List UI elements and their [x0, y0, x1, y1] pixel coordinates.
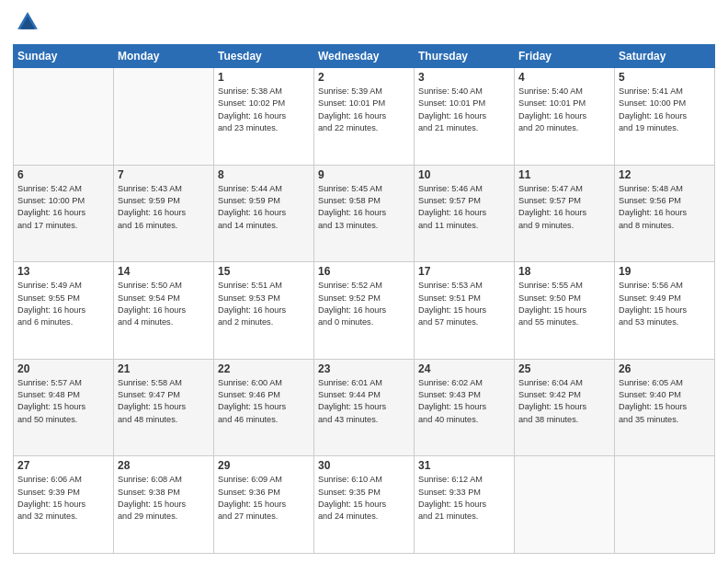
calendar-cell: 30Sunrise: 6:10 AM Sunset: 9:35 PM Dayli… — [314, 456, 415, 554]
calendar-week-row: 20Sunrise: 5:57 AM Sunset: 9:48 PM Dayli… — [14, 359, 715, 456]
calendar-cell — [515, 456, 615, 554]
day-number: 31 — [418, 459, 510, 472]
day-info: Sunrise: 5:50 AM Sunset: 9:54 PM Dayligh… — [118, 280, 210, 328]
calendar-cell: 17Sunrise: 5:53 AM Sunset: 9:51 PM Dayli… — [415, 262, 515, 360]
calendar-cell: 22Sunrise: 6:00 AM Sunset: 9:46 PM Dayli… — [214, 359, 314, 456]
day-info: Sunrise: 5:39 AM Sunset: 10:01 PM Daylig… — [318, 86, 410, 134]
calendar-cell: 10Sunrise: 5:46 AM Sunset: 9:57 PM Dayli… — [415, 165, 515, 262]
day-number: 29 — [218, 459, 310, 472]
header — [13, 9, 715, 39]
day-number: 7 — [118, 168, 210, 181]
day-number: 16 — [318, 265, 410, 278]
day-info: Sunrise: 6:09 AM Sunset: 9:36 PM Dayligh… — [218, 474, 310, 523]
day-number: 3 — [418, 71, 510, 84]
calendar-week-row: 13Sunrise: 5:49 AM Sunset: 9:55 PM Dayli… — [14, 262, 715, 360]
day-info: Sunrise: 5:46 AM Sunset: 9:57 PM Dayligh… — [418, 183, 510, 232]
day-number: 4 — [518, 71, 610, 84]
day-number: 25 — [518, 362, 610, 375]
calendar-cell: 13Sunrise: 5:49 AM Sunset: 9:55 PM Dayli… — [14, 262, 114, 360]
day-info: Sunrise: 5:53 AM Sunset: 9:51 PM Dayligh… — [418, 280, 510, 328]
calendar-cell: 8Sunrise: 5:44 AM Sunset: 9:59 PM Daylig… — [214, 165, 314, 262]
weekday-header: Tuesday — [214, 45, 314, 68]
day-number: 27 — [17, 459, 109, 472]
day-number: 23 — [318, 362, 410, 375]
day-info: Sunrise: 5:43 AM Sunset: 9:59 PM Dayligh… — [118, 183, 210, 232]
calendar-cell: 2Sunrise: 5:39 AM Sunset: 10:01 PM Dayli… — [314, 68, 415, 166]
calendar-cell: 12Sunrise: 5:48 AM Sunset: 9:56 PM Dayli… — [615, 165, 715, 262]
day-info: Sunrise: 5:56 AM Sunset: 9:49 PM Dayligh… — [619, 280, 711, 328]
calendar-cell: 26Sunrise: 6:05 AM Sunset: 9:40 PM Dayli… — [615, 359, 715, 456]
calendar-cell: 19Sunrise: 5:56 AM Sunset: 9:49 PM Dayli… — [615, 262, 715, 360]
calendar-cell: 6Sunrise: 5:42 AM Sunset: 10:00 PM Dayli… — [14, 165, 114, 262]
day-number: 19 — [619, 265, 711, 278]
calendar-cell: 29Sunrise: 6:09 AM Sunset: 9:36 PM Dayli… — [214, 456, 314, 554]
day-info: Sunrise: 6:02 AM Sunset: 9:43 PM Dayligh… — [418, 377, 510, 426]
calendar-cell: 7Sunrise: 5:43 AM Sunset: 9:59 PM Daylig… — [114, 165, 214, 262]
day-info: Sunrise: 6:05 AM Sunset: 9:40 PM Dayligh… — [619, 377, 711, 426]
calendar-cell: 20Sunrise: 5:57 AM Sunset: 9:48 PM Dayli… — [14, 359, 114, 456]
day-info: Sunrise: 5:55 AM Sunset: 9:50 PM Dayligh… — [518, 280, 610, 328]
day-info: Sunrise: 5:51 AM Sunset: 9:53 PM Dayligh… — [218, 280, 310, 328]
calendar-cell: 9Sunrise: 5:45 AM Sunset: 9:58 PM Daylig… — [314, 165, 415, 262]
day-number: 11 — [518, 168, 610, 181]
calendar-cell: 11Sunrise: 5:47 AM Sunset: 9:57 PM Dayli… — [515, 165, 615, 262]
day-number: 12 — [619, 168, 711, 181]
day-number: 8 — [218, 168, 310, 181]
day-info: Sunrise: 6:12 AM Sunset: 9:33 PM Dayligh… — [418, 474, 510, 523]
day-number: 22 — [218, 362, 310, 375]
calendar-cell: 15Sunrise: 5:51 AM Sunset: 9:53 PM Dayli… — [214, 262, 314, 360]
day-number: 14 — [118, 265, 210, 278]
day-number: 6 — [17, 168, 109, 181]
day-info: Sunrise: 6:01 AM Sunset: 9:44 PM Dayligh… — [318, 377, 410, 426]
calendar-cell: 28Sunrise: 6:08 AM Sunset: 9:38 PM Dayli… — [114, 456, 214, 554]
calendar-week-row: 1Sunrise: 5:38 AM Sunset: 10:02 PM Dayli… — [14, 68, 715, 166]
calendar-week-row: 6Sunrise: 5:42 AM Sunset: 10:00 PM Dayli… — [14, 165, 715, 262]
day-number: 2 — [318, 71, 410, 84]
day-info: Sunrise: 6:04 AM Sunset: 9:42 PM Dayligh… — [518, 377, 610, 426]
weekday-header: Saturday — [615, 45, 715, 68]
day-info: Sunrise: 5:40 AM Sunset: 10:01 PM Daylig… — [418, 86, 510, 134]
calendar-cell — [14, 68, 114, 166]
day-info: Sunrise: 6:08 AM Sunset: 9:38 PM Dayligh… — [118, 474, 210, 523]
calendar-cell: 18Sunrise: 5:55 AM Sunset: 9:50 PM Dayli… — [515, 262, 615, 360]
day-number: 21 — [118, 362, 210, 375]
day-number: 18 — [518, 265, 610, 278]
weekday-header: Thursday — [415, 45, 515, 68]
day-info: Sunrise: 5:42 AM Sunset: 10:00 PM Daylig… — [17, 183, 109, 232]
day-info: Sunrise: 6:00 AM Sunset: 9:46 PM Dayligh… — [218, 377, 310, 426]
calendar-table: SundayMondayTuesdayWednesdayThursdayFrid… — [13, 44, 715, 554]
day-info: Sunrise: 5:47 AM Sunset: 9:57 PM Dayligh… — [518, 183, 610, 232]
day-number: 1 — [218, 71, 310, 84]
day-info: Sunrise: 6:06 AM Sunset: 9:39 PM Dayligh… — [17, 474, 109, 523]
day-info: Sunrise: 5:40 AM Sunset: 10:01 PM Daylig… — [518, 86, 610, 134]
day-number: 5 — [619, 71, 711, 84]
calendar-cell: 24Sunrise: 6:02 AM Sunset: 9:43 PM Dayli… — [415, 359, 515, 456]
weekday-header: Friday — [515, 45, 615, 68]
calendar-cell: 14Sunrise: 5:50 AM Sunset: 9:54 PM Dayli… — [114, 262, 214, 360]
day-info: Sunrise: 5:45 AM Sunset: 9:58 PM Dayligh… — [318, 183, 410, 232]
day-info: Sunrise: 5:49 AM Sunset: 9:55 PM Dayligh… — [17, 280, 109, 328]
calendar-header-row: SundayMondayTuesdayWednesdayThursdayFrid… — [14, 45, 715, 68]
calendar-cell: 4Sunrise: 5:40 AM Sunset: 10:01 PM Dayli… — [515, 68, 615, 166]
day-info: Sunrise: 5:58 AM Sunset: 9:47 PM Dayligh… — [118, 377, 210, 426]
day-info: Sunrise: 5:48 AM Sunset: 9:56 PM Dayligh… — [619, 183, 711, 232]
day-number: 15 — [218, 265, 310, 278]
day-number: 9 — [318, 168, 410, 181]
calendar-cell: 27Sunrise: 6:06 AM Sunset: 9:39 PM Dayli… — [14, 456, 114, 554]
day-number: 20 — [17, 362, 109, 375]
calendar-cell: 5Sunrise: 5:41 AM Sunset: 10:00 PM Dayli… — [615, 68, 715, 166]
calendar-cell: 21Sunrise: 5:58 AM Sunset: 9:47 PM Dayli… — [114, 359, 214, 456]
day-number: 10 — [418, 168, 510, 181]
day-info: Sunrise: 5:52 AM Sunset: 9:52 PM Dayligh… — [318, 280, 410, 328]
day-info: Sunrise: 6:10 AM Sunset: 9:35 PM Dayligh… — [318, 474, 410, 523]
logo — [13, 9, 42, 39]
page: SundayMondayTuesdayWednesdayThursdayFrid… — [0, 0, 728, 563]
day-info: Sunrise: 5:38 AM Sunset: 10:02 PM Daylig… — [218, 86, 310, 134]
day-info: Sunrise: 5:44 AM Sunset: 9:59 PM Dayligh… — [218, 183, 310, 232]
calendar-cell: 16Sunrise: 5:52 AM Sunset: 9:52 PM Dayli… — [314, 262, 415, 360]
calendar-cell: 25Sunrise: 6:04 AM Sunset: 9:42 PM Dayli… — [515, 359, 615, 456]
day-info: Sunrise: 5:41 AM Sunset: 10:00 PM Daylig… — [619, 86, 711, 134]
weekday-header: Wednesday — [314, 45, 415, 68]
calendar-cell — [114, 68, 214, 166]
logo-icon — [15, 9, 40, 35]
